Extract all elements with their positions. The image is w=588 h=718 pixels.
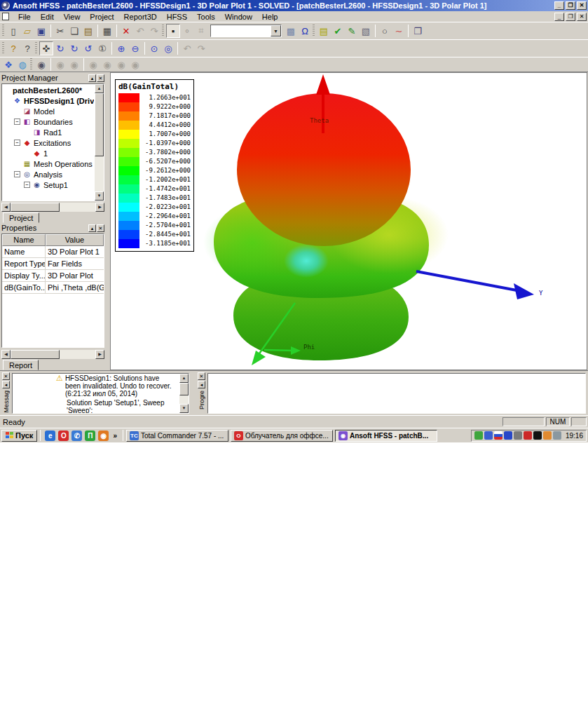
close-button[interactable]: ✕ xyxy=(577,1,587,10)
view-undo-button[interactable]: ↶ xyxy=(180,41,194,55)
properties-hscrollbar[interactable]: ◀ ▶ xyxy=(1,350,104,359)
scanner-tray-icon[interactable] xyxy=(533,431,542,440)
scroll-down-icon[interactable]: ▼ xyxy=(95,191,104,201)
show-excitations-button[interactable]: ◉ xyxy=(67,57,81,72)
property-value[interactable]: Far Fields xyxy=(46,258,104,269)
show-boundaries-button[interactable]: ◉ xyxy=(53,57,67,72)
menu-item-help[interactable]: Help xyxy=(257,12,283,22)
properties-header[interactable]: Properties ▴ ✕ xyxy=(0,223,106,233)
menu-item-report3d[interactable]: Report3D xyxy=(119,12,162,22)
close-icon[interactable]: ✕ xyxy=(198,372,205,380)
volume-tray-icon[interactable] xyxy=(514,431,522,440)
analyze-all-button[interactable]: ✎ xyxy=(345,24,359,38)
ie-icon[interactable]: e xyxy=(45,431,55,441)
tree-item-model[interactable]: ◪Model xyxy=(3,106,94,116)
menu-item-hfss[interactable]: HFSS xyxy=(162,12,192,22)
save-button[interactable]: ▣ xyxy=(34,24,48,38)
expander-minus-icon[interactable]: − xyxy=(14,140,20,146)
show-models-button[interactable]: ◉ xyxy=(100,57,114,72)
menu-item-window[interactable]: Window xyxy=(220,12,257,22)
rotate-model-center-button[interactable]: ↻ xyxy=(53,41,67,55)
opera-icon[interactable]: O xyxy=(58,431,69,441)
context-help-button[interactable]: ? xyxy=(20,41,34,55)
property-value[interactable]: Phi ,Theta ,dB(Ga... xyxy=(46,282,104,293)
zoom-window-button[interactable]: ⊙ xyxy=(147,41,161,55)
chrome-icon[interactable]: ◉ xyxy=(98,431,109,441)
collapse-icon[interactable]: ▴ xyxy=(88,74,96,82)
column-header-value[interactable]: Value xyxy=(46,234,104,246)
tree-item-1[interactable]: ◆1 xyxy=(3,148,94,158)
expander-minus-icon[interactable]: − xyxy=(24,182,30,188)
scroll-right-icon[interactable]: ▶ xyxy=(95,350,104,359)
child-restore-button[interactable]: ❐ xyxy=(566,13,575,21)
project-manager-header[interactable]: Project Manager ▴ ✕ xyxy=(0,73,106,83)
paste-button[interactable]: ▤ xyxy=(81,24,95,38)
menu-item-file[interactable]: File xyxy=(13,12,36,22)
chevron-down-icon[interactable]: ▼ xyxy=(271,25,281,36)
tree-item-rad1[interactable]: ◨Rad1 xyxy=(3,127,94,137)
property-row[interactable]: Name3D Polar Plot 1 xyxy=(2,246,104,258)
zoom-out-button[interactable]: ⊖ xyxy=(128,41,142,55)
child-minimize-button[interactable]: _ xyxy=(554,13,564,21)
results-button[interactable]: ▧ xyxy=(359,24,373,38)
redo-button[interactable]: ↷ xyxy=(147,24,161,38)
start-button[interactable]: Пуск xyxy=(1,430,37,442)
help-button[interactable]: ? xyxy=(6,41,20,55)
tree-item-excitations[interactable]: −◆Excitations xyxy=(3,137,94,148)
restore-button[interactable]: ❐ xyxy=(566,1,575,10)
snap-mode-button[interactable]: ▩ xyxy=(284,24,298,38)
create-report-button[interactable]: ∼ xyxy=(392,24,406,38)
material-combobox[interactable]: ▼ xyxy=(210,25,282,37)
taskbar-button-total-commander-7-57[interactable]: TCTotal Commander 7.57 - ... xyxy=(126,430,228,442)
coordinate-system-button[interactable]: ⌗ xyxy=(194,24,208,38)
print-button[interactable]: ▦ xyxy=(100,24,114,38)
close-icon[interactable]: ✕ xyxy=(97,74,104,82)
tree-item-setup1[interactable]: −◉Setup1 xyxy=(3,180,94,190)
message-item[interactable]: Solution Setup 'Setup1', Sweep 'Sweep': xyxy=(13,398,189,414)
camera-tray-icon[interactable] xyxy=(553,431,561,440)
update-tray-icon[interactable] xyxy=(543,431,552,440)
tree-item-boundaries[interactable]: −◧Boundaries xyxy=(3,116,94,127)
menu-item-project[interactable]: Project xyxy=(85,12,118,22)
mdi-document-icon[interactable] xyxy=(2,13,9,20)
cut-button[interactable]: ✂ xyxy=(53,24,67,38)
view-redo-button[interactable]: ↷ xyxy=(194,41,208,55)
column-header-name[interactable]: Name xyxy=(2,234,46,246)
scroll-right-icon[interactable]: ▶ xyxy=(95,203,104,212)
copy-button[interactable]: ❏ xyxy=(67,24,81,38)
tab-project[interactable]: Project xyxy=(3,212,39,223)
message-item[interactable]: ⚠HFSSDesign1: Solutions have been invali… xyxy=(13,374,189,398)
taskbar-button-item[interactable]: OОблучатель для оффсе... xyxy=(231,430,333,442)
pan-button[interactable]: ✜ xyxy=(39,41,53,55)
delete-button[interactable]: ✕ xyxy=(119,24,133,38)
validate-button[interactable]: ✔ xyxy=(331,24,345,38)
scroll-up-icon[interactable]: ▲ xyxy=(95,84,104,93)
scroll-left-icon[interactable]: ◀ xyxy=(1,203,11,212)
rotate-current-axis-button[interactable]: ↺ xyxy=(81,41,95,55)
tree-item-analysis[interactable]: −◎Analysis xyxy=(3,169,94,180)
taskbar-button-ansoft-hfss-patchb[interactable]: ◉Ansoft HFSS - patchB... xyxy=(335,430,437,442)
show-hide-objects-button[interactable]: ◉ xyxy=(34,57,48,72)
app-window-tray-icon[interactable] xyxy=(504,431,512,440)
property-value[interactable]: 3D Polar Plot xyxy=(46,270,104,281)
boundary-display-button[interactable]: ❖ xyxy=(1,57,15,72)
open-file-button[interactable]: ▱ xyxy=(20,24,34,38)
opera-tray-icon[interactable] xyxy=(524,431,532,440)
display-tray-icon[interactable] xyxy=(484,431,493,440)
zoom-in-button[interactable]: ⊕ xyxy=(114,41,128,55)
title-bar[interactable]: Ansoft HFSS - patchBesterL2600 - HFSSDes… xyxy=(0,0,588,11)
tree-item-hfssdesign1-drivenm[interactable]: ❖HFSSDesign1 (DrivenM xyxy=(3,95,94,106)
expander-minus-icon[interactable]: − xyxy=(14,118,20,125)
punto-icon[interactable]: П xyxy=(85,431,95,441)
field-overlay-button[interactable]: ○ xyxy=(378,24,392,38)
scroll-down-icon[interactable]: ▼ xyxy=(179,404,189,413)
mesh-display-button[interactable]: ◍ xyxy=(15,57,29,72)
solver-omega-button[interactable]: Ω xyxy=(298,24,312,38)
close-icon[interactable]: ✕ xyxy=(2,372,10,380)
quick-launch-overflow-icon[interactable]: » xyxy=(113,432,117,440)
tree-item-patchbesterl2600[interactable]: patchBesterL2600* xyxy=(3,85,94,95)
collapse-icon[interactable]: ◂ xyxy=(2,381,10,388)
plot-viewport[interactable]: dB(GainTotal) 1.2663e+0019.9222e+0007.18… xyxy=(110,72,587,370)
orbit-button[interactable]: ① xyxy=(95,41,109,55)
tab-report[interactable]: Report xyxy=(3,360,39,370)
